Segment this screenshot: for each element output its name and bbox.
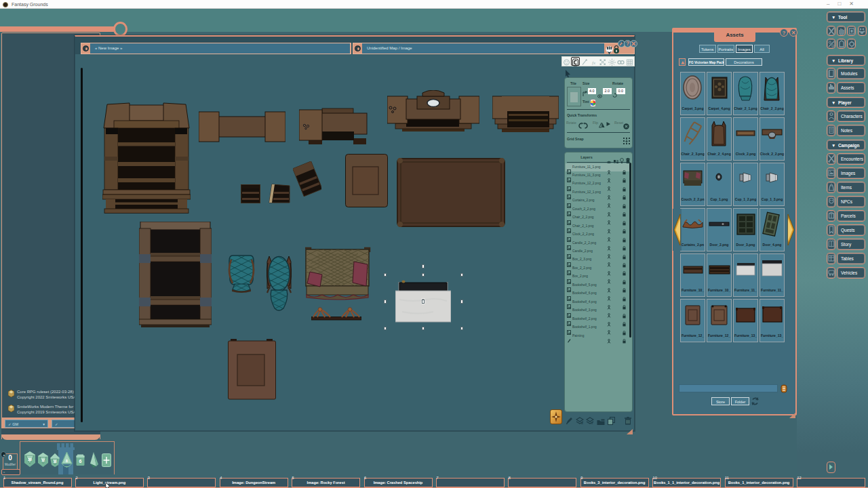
svg-text:12: 12 <box>41 459 45 462</box>
svg-text:8: 8 <box>66 459 68 463</box>
svg-text:x: x <box>591 421 593 425</box>
svg-text:6: 6 <box>79 459 82 464</box>
svg-text:a: a <box>581 421 583 425</box>
svg-text:?: ? <box>626 40 629 47</box>
svg-text:fx: fx <box>592 60 596 66</box>
svg-text:20: 20 <box>28 458 32 462</box>
svg-text:10: 10 <box>53 460 57 464</box>
